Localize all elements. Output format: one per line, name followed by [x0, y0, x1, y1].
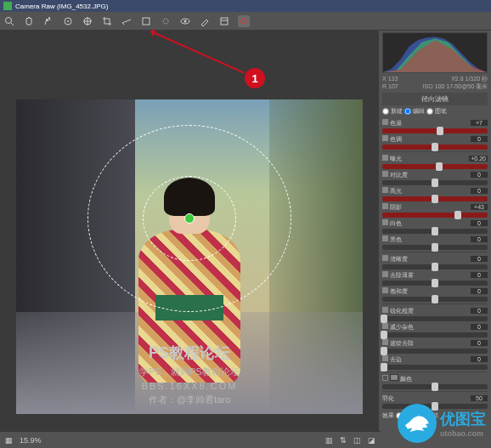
radial-filter-icon[interactable] [238, 15, 250, 27]
slider-checkbox[interactable] [382, 219, 388, 225]
svg-line-7 [122, 20, 131, 23]
tutorial-watermark: PS教程论坛 学PS，就到PS教程论坛 BBS.16XX8.COM 作者：@李帅… [16, 342, 363, 407]
annotation-badge-1: 1 [245, 68, 265, 88]
slider-checkbox[interactable] [382, 203, 388, 209]
mode-edit[interactable]: 编辑 [404, 107, 425, 116]
toggle-icon[interactable]: ◪ [368, 436, 375, 445]
straighten-tool-icon[interactable] [121, 15, 133, 27]
slider-checkbox[interactable] [382, 235, 388, 241]
svg-line-8 [122, 23, 124, 25]
before-after-icon[interactable]: ▥ [325, 436, 333, 445]
spot-removal-tool-icon[interactable] [160, 15, 172, 27]
slider-value[interactable]: 0 [471, 188, 488, 194]
slider-value[interactable]: 0 [471, 236, 488, 242]
slider-track[interactable] [382, 316, 488, 321]
white-balance-tool-icon[interactable] [42, 15, 54, 27]
slider-value[interactable]: +0.20 [469, 156, 488, 162]
slider-track[interactable] [382, 229, 488, 234]
slider-track[interactable] [382, 145, 488, 150]
slider-value[interactable]: 0 [471, 324, 488, 330]
crop-tool-icon[interactable] [101, 15, 113, 27]
slider-value[interactable]: 0 [471, 172, 488, 178]
slider-value[interactable]: 0 [471, 340, 488, 346]
slider-value[interactable]: 0 [471, 136, 488, 142]
copy-settings-icon[interactable]: ◫ [353, 436, 361, 445]
slider-value[interactable]: 0 [471, 256, 488, 262]
slider-dehaze: 去除薄雾0 [382, 270, 488, 286]
slider-checkbox[interactable] [382, 119, 388, 125]
title-bar: Camera Raw (IMG_4532.JPG) [0, 0, 491, 12]
slider-noise: 减少杂色0 [382, 322, 488, 337]
slider-track[interactable] [382, 128, 488, 133]
slider-moire: 波纹去除0 [382, 338, 488, 354]
slider-value[interactable]: 0 [471, 356, 488, 362]
slider-label: 色温 [390, 120, 402, 126]
histogram[interactable] [382, 32, 488, 73]
slider-checkbox[interactable] [382, 155, 388, 161]
color-sampler-tool-icon[interactable] [62, 15, 74, 27]
slider-label: 色调 [390, 136, 402, 142]
slider-checkbox[interactable] [382, 339, 388, 345]
transform-tool-icon[interactable] [140, 15, 152, 27]
hand-tool-icon[interactable] [23, 15, 35, 27]
mode-brush[interactable]: 图笔 [426, 107, 447, 116]
slider-checkbox[interactable] [382, 255, 388, 261]
slider-label: 白色 [390, 220, 402, 226]
svg-line-1 [11, 23, 14, 26]
slider-track[interactable] [382, 297, 488, 302]
zoom-level[interactable]: 15.9% [20, 436, 42, 445]
slider-value[interactable]: 0 [471, 288, 488, 294]
slider-value[interactable]: 0 [471, 272, 488, 278]
redeye-tool-icon[interactable] [179, 15, 191, 27]
adjustments-panel: X 133f/2.8 1/320 秒 R 107ISO 100 17-50@50… [379, 31, 491, 448]
slider-value[interactable]: +7 [471, 120, 488, 126]
slider-value[interactable]: 0 [471, 308, 488, 314]
slider-label: 波纹去除 [390, 340, 414, 346]
slider-checkbox[interactable] [382, 307, 388, 313]
slider-label: 减少杂色 [390, 324, 414, 330]
slider-value[interactable]: +43 [471, 204, 488, 210]
slider-label: 阴影 [390, 204, 402, 210]
graduated-filter-icon[interactable] [218, 15, 230, 27]
feather-value[interactable]: 50 [471, 395, 488, 401]
slider-checkbox[interactable] [382, 323, 388, 329]
svg-point-3 [67, 20, 69, 22]
slider-track[interactable] [382, 196, 488, 201]
slider-checkbox[interactable] [382, 355, 388, 361]
slider-clarity: 清晰度0 [382, 254, 488, 269]
slider-whites: 白色0 [382, 218, 488, 234]
slider-label: 锐化程度 [390, 308, 414, 314]
slider-value[interactable]: 0 [471, 220, 488, 226]
slider-track[interactable] [382, 164, 488, 169]
slider-checkbox[interactable] [382, 171, 388, 177]
slider-checkbox[interactable] [382, 271, 388, 277]
slider-track[interactable] [382, 281, 488, 286]
image-canvas[interactable]: PS教程论坛 学PS，就到PS教程论坛 BBS.16XX8.COM 作者：@李帅… [16, 99, 363, 414]
slider-checkbox[interactable] [382, 375, 388, 381]
slider-checkbox[interactable] [382, 187, 388, 193]
radial-filter-pin[interactable] [184, 213, 195, 224]
main-area: PS教程论坛 学PS，就到PS教程论坛 BBS.16XX8.COM 作者：@李帅… [0, 31, 491, 448]
zoom-tool-icon[interactable] [3, 15, 15, 27]
slider-checkbox[interactable] [382, 287, 388, 293]
swap-icon[interactable]: ⇅ [340, 436, 347, 445]
slider-label: 颜色 [400, 376, 412, 382]
slider-track[interactable] [382, 213, 488, 218]
slider-track[interactable] [382, 180, 488, 185]
slider-track[interactable] [382, 384, 488, 389]
overlay-title: PS教程论坛 [16, 342, 363, 365]
target-adjust-tool-icon[interactable] [82, 15, 93, 27]
slider-track[interactable] [382, 365, 488, 370]
site-watermark: 优图宝 utobao.com [398, 404, 486, 443]
filmstrip-toggle-icon[interactable]: ▦ [5, 436, 13, 445]
slider-exposure: 曝光+0.20 [382, 154, 488, 169]
slider-label: 黑色 [390, 236, 402, 242]
slider-track[interactable] [382, 245, 488, 250]
mode-new[interactable]: 新建 [382, 107, 403, 116]
app-icon [3, 2, 12, 10]
slider-track[interactable] [382, 332, 488, 337]
adjustment-brush-icon[interactable] [199, 15, 211, 27]
slider-checkbox[interactable] [382, 135, 388, 141]
slider-track[interactable] [382, 349, 488, 354]
slider-track[interactable] [382, 264, 488, 269]
